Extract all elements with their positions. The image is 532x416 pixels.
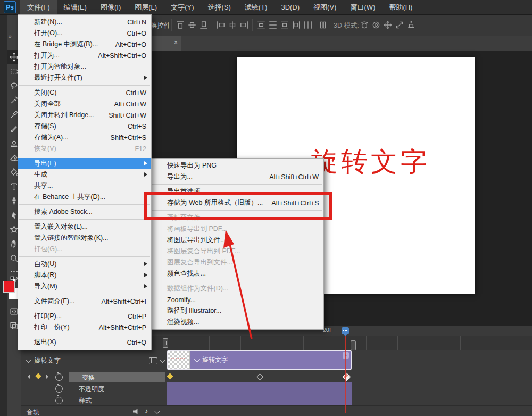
menu-item[interactable]: 将画板导出到 PDF... <box>151 223 323 235</box>
music-note-icon[interactable]: ♪ <box>145 407 148 415</box>
tab-close-icon[interactable]: × <box>174 39 178 46</box>
toolbar-collapse-icon[interactable]: » <box>9 34 11 39</box>
group-collapse-icon[interactable] <box>26 357 31 363</box>
playhead-icon[interactable] <box>342 327 349 334</box>
menubar-item[interactable]: 滤镜(T) <box>238 0 275 14</box>
menubar-item[interactable]: 选择(S) <box>201 0 237 14</box>
submenu-arrow-icon <box>144 273 147 277</box>
menu-item[interactable]: 恢复(V)F12 <box>18 143 151 154</box>
menu-item[interactable]: 打包(G)... <box>18 244 151 255</box>
keyframe-start[interactable] <box>167 373 173 380</box>
style-row-label[interactable]: 样式 <box>79 396 92 405</box>
menu-item[interactable]: 关闭(C)Ctrl+W <box>18 87 151 98</box>
menu-item[interactable]: 将图层导出到文件... <box>151 235 323 246</box>
menubar-item[interactable]: 图层(L) <box>128 0 164 14</box>
menubar-item[interactable]: 窗口(W) <box>343 0 382 14</box>
menu-item[interactable]: 打开(O)...Ctrl+O <box>18 28 151 39</box>
menu-item[interactable]: 共享... <box>18 180 151 192</box>
align-right-edges-icon[interactable] <box>239 20 249 30</box>
menu-item[interactable]: 在 Behance 上共享(D)... <box>18 192 151 203</box>
audio-mute-icon[interactable] <box>133 409 140 414</box>
show-transform-controls-label[interactable]: 换控件 <box>151 21 171 30</box>
align-top-edges-icon[interactable] <box>176 20 185 30</box>
3d-roll-icon[interactable] <box>371 20 381 30</box>
distribute-left-edges-icon[interactable] <box>292 20 301 30</box>
menubar-item[interactable]: 图像(I) <box>94 0 128 14</box>
separator <box>212 19 212 31</box>
opacity-row-label[interactable]: 不透明度 <box>79 385 104 394</box>
menu-item[interactable]: 打开为...Alt+Shift+Ctrl+O <box>18 50 151 61</box>
menu-item[interactable]: 导入(M) <box>18 281 151 292</box>
menu-item[interactable]: 存储(S)Ctrl+S <box>18 121 151 132</box>
align-bottom-edges-icon[interactable] <box>199 20 209 30</box>
menubar-item[interactable]: 文字(Y) <box>164 0 201 14</box>
menu-item[interactable]: 颜色查找表... <box>151 268 323 279</box>
menu-item[interactable]: 搜索 Adobe Stock... <box>18 206 151 218</box>
work-area-start-handle[interactable] <box>163 338 168 348</box>
menu-item[interactable]: 存储为(A)...Shift+Ctrl+S <box>18 132 151 143</box>
menubar-item[interactable]: 文件(F) <box>20 0 57 14</box>
menu-item[interactable]: 自动(U) <box>18 259 151 270</box>
menubar-item[interactable]: 帮助(H) <box>382 0 419 14</box>
menu-item[interactable]: 生成 <box>18 169 151 180</box>
menu-item[interactable]: 打印一份(Y)Alt+Shift+Ctrl+P <box>18 322 151 333</box>
3d-scale-icon[interactable] <box>406 20 416 30</box>
foreground-color-swatch[interactable] <box>3 281 15 293</box>
align-left-edges-icon[interactable] <box>216 20 226 30</box>
menu-item[interactable]: 打开为智能对象... <box>18 61 151 72</box>
menu-item[interactable]: 快速导出为 PNG <box>151 160 323 171</box>
menu-separator <box>19 335 150 335</box>
menu-item[interactable]: Zoomify... <box>151 294 323 305</box>
next-keyframe-icon[interactable] <box>46 374 48 379</box>
video-track-icon[interactable] <box>149 357 157 364</box>
menu-item[interactable]: 退出(X)Ctrl+Q <box>18 337 151 348</box>
align-vertical-centers-icon[interactable] <box>187 20 197 30</box>
3d-rotate-icon[interactable] <box>360 20 369 30</box>
menu-item[interactable]: 脚本(R) <box>18 270 151 281</box>
timeline-clip[interactable]: 旋转文字 <box>167 350 352 370</box>
opacity-stopwatch-icon[interactable] <box>55 385 63 393</box>
menu-item[interactable]: 导出为...Alt+Shift+Ctrl+W <box>151 171 323 182</box>
menu-item[interactable]: 路径到 Illustrator... <box>151 305 323 317</box>
audio-menu-chevron-icon[interactable] <box>154 408 160 414</box>
menu-item[interactable]: 置入链接的智能对象(K)... <box>18 232 151 244</box>
add-keyframe-icon[interactable] <box>35 373 41 379</box>
3d-drag-icon[interactable] <box>383 20 393 30</box>
align-horizontal-centers-icon[interactable] <box>228 20 237 30</box>
menu-item[interactable]: 将图层复合导出到 PDF... <box>151 246 323 257</box>
keyframe-middle[interactable] <box>256 373 263 380</box>
menubar-item[interactable]: 编辑(E) <box>57 0 94 14</box>
menu-item[interactable]: 新建(N)...Ctrl+N <box>18 16 151 28</box>
work-area-end-handle[interactable] <box>351 340 356 350</box>
menu-item[interactable]: 打印(P)...Ctrl+P <box>18 311 151 322</box>
playhead-line[interactable] <box>345 336 346 413</box>
photoshop-window: Ps 文件(F)编辑(E)图像(I)图层(L)文字(Y)选择(S)滤镜(T)3D… <box>0 0 532 416</box>
menu-item[interactable]: 关闭并转到 Bridge...Shift+Ctrl+W <box>18 110 151 121</box>
distribute-top-edges-icon[interactable] <box>256 20 266 30</box>
menu-item[interactable]: 渲染视频... <box>151 317 323 328</box>
style-track-region <box>167 394 352 405</box>
audio-track-label[interactable]: 音轨 <box>27 408 39 416</box>
menu-item[interactable]: 最近打开文件(T) <box>18 72 151 84</box>
distribute-vertical-centers-icon[interactable] <box>268 20 278 30</box>
menu-item[interactable]: 关闭全部Alt+Ctrl+W <box>18 98 151 110</box>
style-stopwatch-icon[interactable] <box>55 397 63 404</box>
menu-item[interactable]: 导出(E) <box>18 158 151 169</box>
clip-collapse-icon[interactable] <box>194 356 200 362</box>
previous-keyframe-icon[interactable] <box>28 374 30 379</box>
menu-item[interactable]: 数据组作为文件(D)... <box>151 283 323 294</box>
timeline-group-label[interactable]: 旋转文字 <box>34 356 61 365</box>
3d-slide-icon[interactable] <box>395 20 404 30</box>
distribute-spacing-icon[interactable] <box>318 20 328 30</box>
distribute-horizontal-centers-icon[interactable] <box>303 20 313 30</box>
menu-item[interactable]: 在 Bridge 中浏览(B)...Alt+Ctrl+O <box>18 39 151 50</box>
transform-stopwatch-icon[interactable] <box>55 373 63 381</box>
menu-item[interactable]: 文件简介(F)...Alt+Shift+Ctrl+I <box>18 296 151 307</box>
menubar-item[interactable]: 视图(V) <box>306 0 343 14</box>
keyframe-current[interactable] <box>343 373 351 381</box>
menu-item[interactable]: 图层复合导出到文件... <box>151 257 323 268</box>
menu-item[interactable]: 置入嵌入对象(L)... <box>18 221 151 232</box>
distribute-bottom-edges-icon[interactable] <box>280 20 289 30</box>
transform-row-label[interactable]: 变换 <box>82 373 95 382</box>
menubar-item[interactable]: 3D(D) <box>274 0 306 14</box>
